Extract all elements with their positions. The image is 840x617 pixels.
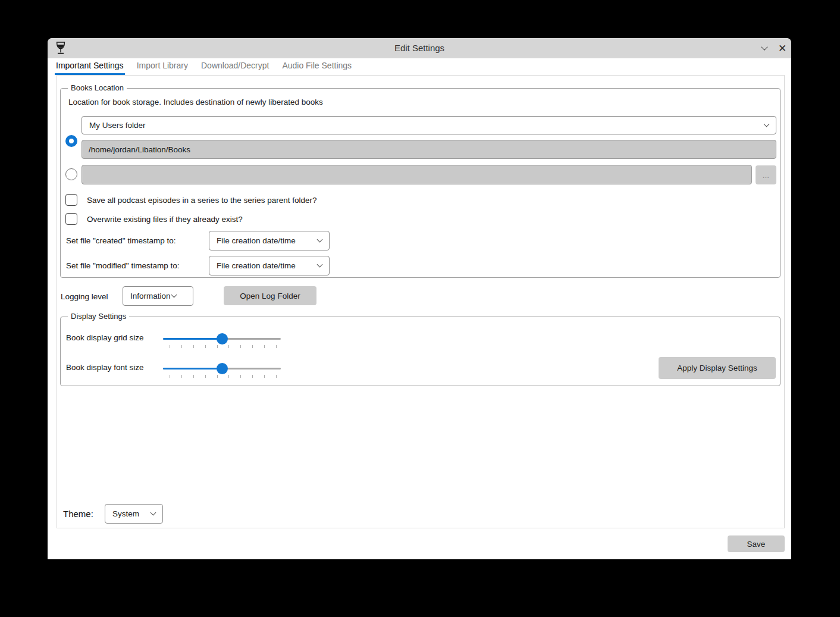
logging-level-dropdown[interactable]: Information bbox=[123, 286, 193, 306]
modified-timestamp-label: Set file "modified" timestamp to: bbox=[66, 261, 179, 270]
tab-audio-file-settings[interactable]: Audio File Settings bbox=[281, 58, 353, 75]
chevron-down-icon bbox=[317, 262, 323, 268]
font-size-label: Book display font size bbox=[66, 363, 144, 372]
browse-button[interactable]: ... bbox=[756, 165, 776, 184]
minimize-button[interactable] bbox=[756, 38, 773, 58]
tab-import-library[interactable]: Import Library bbox=[136, 58, 189, 75]
created-timestamp-dropdown[interactable]: File creation date/time bbox=[209, 231, 330, 250]
podcast-folder-label: Save all podcast episodes in a series to… bbox=[87, 196, 316, 205]
slider-fill bbox=[163, 338, 222, 340]
books-location-group: Books Location Location for book storage… bbox=[60, 88, 781, 278]
window-title: Edit Settings bbox=[48, 38, 791, 58]
titlebar[interactable]: Edit Settings ✕ bbox=[48, 38, 791, 58]
minimize-chevron-icon bbox=[761, 43, 767, 50]
books-location-description: Location for book storage. Includes dest… bbox=[68, 98, 323, 107]
save-button[interactable]: Save bbox=[728, 535, 785, 552]
created-timestamp-value: File creation date/time bbox=[217, 236, 318, 245]
chevron-down-icon bbox=[317, 237, 323, 243]
close-icon: ✕ bbox=[778, 42, 786, 55]
overwrite-label: Overwrite existing files if they already… bbox=[87, 215, 243, 224]
theme-label: Theme: bbox=[63, 509, 93, 519]
theme-value: System bbox=[112, 509, 151, 518]
overwrite-checkbox[interactable] bbox=[65, 213, 77, 225]
logging-level-value: Information bbox=[130, 292, 172, 300]
custom-path-radio[interactable] bbox=[65, 168, 77, 180]
modified-timestamp-value: File creation date/time bbox=[217, 261, 318, 270]
slider-thumb[interactable] bbox=[217, 333, 228, 344]
tab-download-decrypt[interactable]: Download/Decrypt bbox=[200, 58, 270, 75]
slider-fill bbox=[163, 368, 222, 369]
grid-size-label: Book display grid size bbox=[66, 333, 144, 342]
grid-size-slider[interactable] bbox=[163, 333, 281, 344]
folder-preset-value: My Users folder bbox=[89, 121, 764, 130]
chevron-down-icon bbox=[171, 292, 177, 298]
podcast-folder-checkrow: Save all podcast episodes in a series to… bbox=[65, 194, 316, 206]
theme-dropdown[interactable]: System bbox=[105, 504, 163, 524]
font-size-slider[interactable] bbox=[163, 363, 281, 374]
folder-preset-dropdown[interactable]: My Users folder bbox=[82, 116, 776, 134]
podcast-folder-checkbox[interactable] bbox=[65, 194, 77, 206]
chevron-down-icon bbox=[151, 510, 156, 516]
custom-path-field[interactable] bbox=[82, 165, 752, 184]
slider-thumb[interactable] bbox=[217, 363, 228, 374]
chevron-down-icon bbox=[764, 121, 770, 127]
tab-important-settings[interactable]: Important Settings bbox=[55, 58, 125, 75]
library-path-radio[interactable] bbox=[65, 135, 77, 147]
logging-level-label: Logging level bbox=[61, 292, 108, 301]
display-settings-legend: Display Settings bbox=[68, 312, 129, 321]
modified-timestamp-dropdown[interactable]: File creation date/time bbox=[209, 256, 330, 275]
font-size-slider-ticks bbox=[170, 375, 277, 378]
grid-size-slider-ticks bbox=[170, 345, 277, 348]
books-location-legend: Books Location bbox=[68, 83, 127, 92]
open-log-folder-button[interactable]: Open Log Folder bbox=[224, 286, 316, 305]
tab-bar: Important Settings Import Library Downlo… bbox=[55, 58, 353, 75]
tab-page-important-settings: Books Location Location for book storage… bbox=[57, 75, 785, 528]
created-timestamp-label: Set file "created" timestamp to: bbox=[66, 236, 175, 245]
display-settings-group: Display Settings Book display grid size … bbox=[60, 317, 781, 386]
library-path-field[interactable]: /home/jordan/Libation/Books bbox=[82, 140, 776, 159]
edit-settings-window: Edit Settings ✕ Important Settings Impor… bbox=[48, 38, 791, 559]
close-button[interactable]: ✕ bbox=[773, 38, 791, 58]
overwrite-checkrow: Overwrite existing files if they already… bbox=[65, 213, 243, 225]
apply-display-settings-button[interactable]: Apply Display Settings bbox=[659, 357, 776, 379]
